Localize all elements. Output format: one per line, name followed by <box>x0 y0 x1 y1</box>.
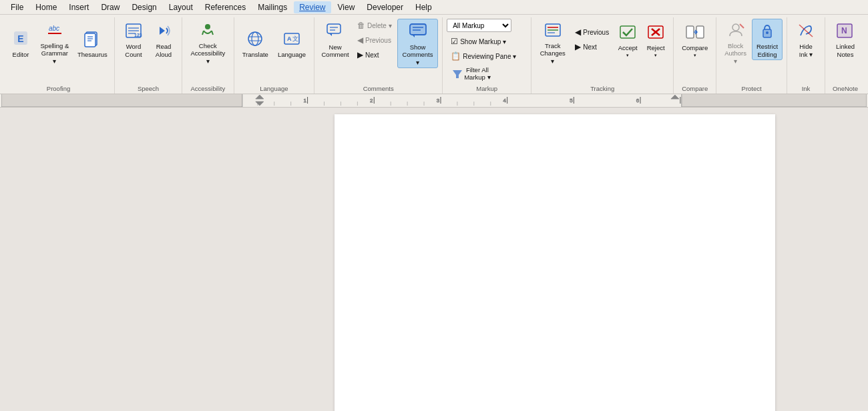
editor-icon: E <box>11 29 30 49</box>
svg-rect-83 <box>682 94 867 108</box>
menu-home[interactable]: Home <box>30 1 62 13</box>
restrict-editing-button[interactable]: RestrictEditing <box>752 19 783 60</box>
check-accessibility-label: CheckAccessibility ▾ <box>190 42 226 65</box>
word-count-button[interactable]: 123 WordCount <box>119 19 148 60</box>
svg-point-50 <box>766 31 769 34</box>
compare-arrow: ▾ <box>694 53 696 58</box>
ribbon-group-language: Translate A 文 Language Language <box>234 17 315 94</box>
svg-rect-39 <box>620 26 635 38</box>
previous-comment-button[interactable]: ◀ Previous <box>353 33 396 47</box>
hide-ink-button[interactable]: HideInk ▾ <box>791 19 821 60</box>
check-accessibility-icon <box>197 21 218 41</box>
accessibility-label: Accessibility <box>186 84 230 92</box>
block-authors-label: BlockAuthors ▾ <box>724 42 746 65</box>
svg-text:5: 5 <box>570 98 573 104</box>
svg-point-46 <box>732 24 739 31</box>
compare-label: Compare <box>682 44 708 51</box>
menu-developer[interactable]: Developer <box>361 1 409 13</box>
block-authors-button[interactable]: BlockAuthors ▾ <box>720 19 750 67</box>
next-track-icon: ▶ <box>575 42 581 51</box>
check-accessibility-button[interactable]: CheckAccessibility ▾ <box>186 19 230 67</box>
show-markup-label: Show Markup ▾ <box>460 38 506 45</box>
svg-text:3: 3 <box>437 98 440 104</box>
delete-button[interactable]: 🗑 Delete ▾ <box>353 19 396 32</box>
spelling-label: Spelling &Grammar ▾ <box>40 42 69 65</box>
ruler-svg: // This is a static SVG, ticks are rende… <box>1 94 867 108</box>
show-comments-icon <box>408 21 428 42</box>
restrict-editing-label: RestrictEditing <box>756 43 778 58</box>
menu-help[interactable]: Help <box>410 1 437 13</box>
filter-markup-icon <box>451 67 464 80</box>
show-markup-button[interactable]: ☑ Show Markup ▾ <box>447 35 527 48</box>
show-comments-button[interactable]: ShowComments ▾ <box>397 19 438 68</box>
word-count-icon: 123 <box>124 22 143 41</box>
next-comment-icon: ▶ <box>357 50 363 59</box>
prev-track-icon: ◀ <box>575 27 581 37</box>
track-changes-button[interactable]: TrackChanges ▾ <box>535 19 570 67</box>
thesaurus-icon <box>83 30 101 49</box>
language-label-group: Language <box>238 84 310 92</box>
read-aloud-button[interactable]: ReadAloud <box>150 19 178 60</box>
reject-icon <box>646 23 665 43</box>
previous-tracking-button[interactable]: ◀ Previous <box>571 25 613 39</box>
page-area[interactable] <box>242 108 868 411</box>
document-page[interactable] <box>335 114 775 411</box>
editor-label: Editor <box>13 51 29 58</box>
doc-canvas <box>242 108 868 411</box>
hide-ink-icon <box>797 22 815 41</box>
svg-line-17 <box>212 31 213 35</box>
compare-icon <box>685 23 705 43</box>
filter-all-markup-button[interactable]: Filter AllMarkup ▾ <box>447 64 494 84</box>
menu-mailings[interactable]: Mailings <box>252 1 292 13</box>
read-aloud-label: ReadAloud <box>156 43 172 58</box>
menu-references[interactable]: References <box>200 1 251 13</box>
next-tracking-button[interactable]: ▶ Next <box>571 40 613 53</box>
menu-review[interactable]: Review <box>294 1 331 13</box>
menu-layout[interactable]: Layout <box>164 1 198 13</box>
new-comment-label: NewComment <box>322 43 349 59</box>
ribbon-group-ink: HideInk ▾ Ink <box>787 17 825 94</box>
menu-view[interactable]: View <box>333 1 361 13</box>
speech-label: Speech <box>119 84 178 92</box>
reviewing-pane-button[interactable]: 📋 Reviewing Pane ▾ <box>447 49 527 63</box>
thesaurus-button[interactable]: Thesaurus <box>75 19 110 60</box>
svg-line-16 <box>202 31 204 35</box>
next-track-label: Next <box>583 43 597 51</box>
svg-rect-5 <box>85 33 95 47</box>
prev-comment-icon: ◀ <box>357 35 363 45</box>
menu-file[interactable]: File <box>5 1 29 13</box>
menu-bar: File Home Insert Draw Design Layout Refe… <box>0 0 868 15</box>
translate-label: Translate <box>242 51 268 58</box>
svg-point-15 <box>205 24 210 29</box>
accept-button[interactable]: Accept ▾ <box>614 19 641 60</box>
linked-notes-button[interactable]: N LinkedNotes <box>829 19 861 60</box>
svg-text:6: 6 <box>636 98 640 104</box>
accept-label: Accept <box>618 44 638 51</box>
spelling-grammar-button[interactable]: abc Spelling &Grammar ▾ <box>36 19 73 67</box>
svg-text:4: 4 <box>503 98 506 104</box>
word-count-label: WordCount <box>125 43 142 58</box>
markup-label: Markup <box>447 84 527 92</box>
editor-button[interactable]: E Editor <box>7 19 35 60</box>
ribbon-group-tracking: TrackChanges ▾ ◀ Previous ▶ Next <box>531 17 674 94</box>
menu-draw[interactable]: Draw <box>95 1 125 13</box>
compare-button[interactable]: Compare ▾ <box>678 19 712 60</box>
new-comment-button[interactable]: NewComment <box>318 19 352 61</box>
menu-design[interactable]: Design <box>126 1 162 13</box>
svg-text:abc: abc <box>49 25 59 32</box>
hide-ink-label: HideInk ▾ <box>799 43 813 58</box>
translate-button[interactable]: Translate <box>238 19 272 60</box>
reject-button[interactable]: Reject ▾ <box>642 19 669 60</box>
svg-text:123: 123 <box>134 33 142 37</box>
svg-text:N: N <box>841 26 847 35</box>
menu-insert[interactable]: Insert <box>63 1 94 13</box>
left-panel <box>0 108 242 411</box>
svg-rect-25 <box>327 24 341 33</box>
language-label: Language <box>278 51 306 58</box>
all-markup-dropdown[interactable]: All Markup Simple Markup No Markup Origi… <box>447 19 511 32</box>
delete-label: Delete <box>367 22 387 29</box>
read-aloud-icon <box>154 22 173 41</box>
language-button[interactable]: A 文 Language <box>274 19 310 60</box>
next-comment-button[interactable]: ▶ Next <box>353 48 396 61</box>
svg-text:E: E <box>17 33 23 44</box>
